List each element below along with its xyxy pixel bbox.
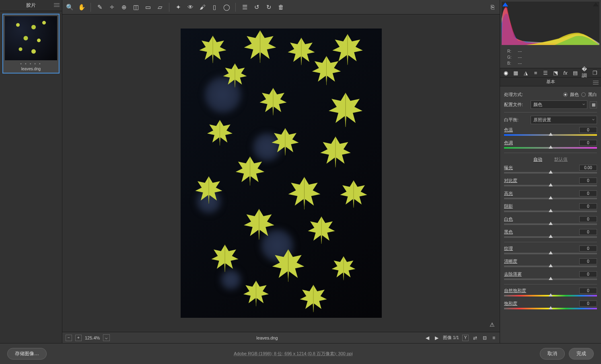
done-button[interactable]: 完成 (569, 348, 594, 360)
red-eye-tool-icon[interactable]: 👁 (186, 3, 194, 11)
treatment-color-text[interactable]: 颜色 (570, 92, 579, 98)
auto-link[interactable]: 自动 (533, 156, 542, 162)
slider-shadows-value[interactable]: 0 (579, 203, 597, 209)
treatment-bw-radio[interactable] (581, 92, 586, 97)
slider-texture-handle[interactable] (549, 251, 553, 254)
zoom-value: 125.4% (85, 335, 100, 340)
adjust-icon[interactable]: ≡ (491, 335, 496, 341)
slider-whites-track[interactable] (504, 223, 597, 225)
zoom-dropdown[interactable]: ⌵ (103, 334, 110, 341)
slider-whites-handle[interactable] (549, 222, 553, 225)
color-sampler-tool-icon[interactable]: ✧ (108, 3, 116, 11)
slider-shadows-handle[interactable] (549, 209, 553, 212)
spot-removal-tool-icon[interactable]: ✦ (174, 3, 182, 11)
tab-snapshots-icon[interactable]: ❐ (591, 69, 599, 76)
cancel-button[interactable]: 取消 (540, 348, 565, 360)
slider-tint-value[interactable]: 0 (579, 140, 597, 146)
default-link[interactable]: 默认值 (554, 156, 568, 162)
slider-exposure-value[interactable]: 0.00 (579, 165, 597, 171)
zoom-in-button[interactable]: + (75, 335, 82, 341)
adjustment-brush-tool-icon[interactable]: 🖌 (198, 3, 206, 11)
slider-highlights-handle[interactable] (549, 196, 553, 199)
slider-blacks-track[interactable] (504, 236, 597, 238)
tab-curve-icon[interactable]: ▦ (512, 69, 520, 76)
canvas-area[interactable]: ⚠ (62, 14, 500, 332)
slider-clarity-value[interactable]: 0 (579, 258, 597, 264)
tab-presets-icon[interactable]: �調 (582, 69, 589, 76)
slider-dehaze-handle[interactable] (549, 277, 553, 280)
slider-highlights-value[interactable]: 0 (579, 190, 597, 196)
profile-browser-button[interactable]: ▦ (590, 101, 597, 108)
slider-saturation-value[interactable]: 0 (579, 301, 597, 307)
save-image-button[interactable]: 存储图像… (7, 348, 47, 360)
tab-split-icon[interactable]: ☰ (542, 69, 549, 76)
prev-image-icon[interactable]: ◀ (424, 335, 430, 341)
slider-whites-value[interactable]: 0 (579, 216, 597, 222)
slider-dehaze-track[interactable] (504, 278, 597, 280)
copy-settings-icon[interactable]: ⊟ (482, 335, 488, 341)
slider-shadows-track[interactable] (504, 211, 597, 212)
tab-basic-icon[interactable]: ◉ (502, 69, 510, 76)
highlight-clipping-icon[interactable] (593, 2, 599, 6)
preferences-icon[interactable]: ☰ (241, 3, 249, 11)
next-image-icon[interactable]: ▶ (434, 335, 440, 341)
warning-icon[interactable]: ⚠ (490, 321, 495, 328)
rotate-left-icon[interactable]: ↺ (253, 3, 261, 11)
shadow-clipping-icon[interactable] (502, 2, 508, 6)
filmstrip-menu-icon[interactable] (54, 3, 60, 7)
zoom-out-button[interactable]: − (66, 335, 72, 341)
tab-hsl-icon[interactable]: ≡ (532, 69, 539, 76)
slider-vibrance-value[interactable]: 0 (579, 288, 597, 294)
open-image-icon[interactable]: ⎘ (488, 3, 496, 11)
slider-dehaze-value[interactable]: 0 (579, 271, 597, 277)
slider-temp-handle[interactable] (549, 133, 553, 136)
swap-icon[interactable]: ⇄ (472, 335, 478, 341)
slider-contrast-handle[interactable] (549, 183, 553, 186)
straighten-tool-icon[interactable]: ▭ (144, 3, 152, 11)
slider-exposure-handle[interactable] (549, 170, 553, 174)
white-balance-tool-icon[interactable]: ✎ (96, 3, 104, 11)
slider-saturation-handle[interactable] (549, 306, 553, 309)
slider-highlights-track[interactable] (504, 198, 597, 199)
treatment-color-radio[interactable] (563, 92, 568, 97)
slider-tint-handle[interactable] (549, 145, 553, 149)
slider-contrast-value[interactable]: 0 (579, 178, 597, 184)
panel-menu-icon[interactable] (593, 81, 599, 85)
profile-select[interactable]: 颜色 (531, 100, 587, 109)
tab-lens-icon[interactable]: ⬔ (552, 69, 559, 76)
hand-tool-icon[interactable]: ✋ (78, 3, 86, 11)
transform-tool-icon[interactable]: ▱ (156, 3, 164, 11)
graduated-filter-tool-icon[interactable]: ▯ (210, 3, 218, 11)
slider-tint-track[interactable] (504, 147, 597, 149)
slider-contrast-track[interactable] (504, 185, 597, 186)
tab-fx-icon[interactable]: fx (562, 69, 569, 76)
histogram[interactable] (502, 2, 599, 45)
zoom-tool-icon[interactable]: 🔍 (66, 3, 74, 11)
slider-blacks-value[interactable]: 0 (579, 229, 597, 235)
slider-texture-value[interactable]: 0 (579, 245, 597, 252)
thumbnail-item[interactable]: • • • • • leaves.dng (2, 14, 60, 74)
delete-icon[interactable]: 🗑 (277, 3, 285, 11)
thumbnail-rating[interactable]: • • • • • (5, 62, 57, 66)
radial-filter-tool-icon[interactable]: ◯ (222, 3, 231, 11)
rotate-right-icon[interactable]: ↻ (265, 3, 273, 11)
slider-vibrance-handle[interactable] (549, 293, 553, 297)
slider-blacks-handle[interactable] (549, 235, 553, 238)
image-metadata[interactable]: Adobe RGB (1998); 8 位; 696 x 1214 (0.8 百… (234, 351, 352, 357)
slider-texture-track[interactable] (504, 253, 597, 254)
slider-temp: 色温 0 (504, 127, 597, 136)
slider-clarity-track[interactable] (504, 266, 597, 267)
wb-select[interactable]: 原照设置 (531, 116, 597, 124)
tab-detail-icon[interactable]: ◮ (522, 69, 529, 76)
targeted-adjust-tool-icon[interactable]: ⊕ (120, 3, 128, 11)
slider-temp-track[interactable] (504, 134, 597, 136)
slider-clarity-handle[interactable] (549, 264, 553, 267)
slider-exposure-track[interactable] (504, 172, 597, 174)
slider-temp-value[interactable]: 0 (579, 127, 597, 133)
tab-calibration-icon[interactable]: ▤ (572, 69, 579, 76)
treatment-bw-text[interactable]: 黑白 (588, 92, 597, 98)
slider-vibrance-track[interactable] (504, 295, 597, 297)
before-after-toggle[interactable]: Y (462, 335, 469, 341)
crop-tool-icon[interactable]: ◫ (132, 3, 140, 11)
slider-saturation-track[interactable] (504, 308, 597, 309)
